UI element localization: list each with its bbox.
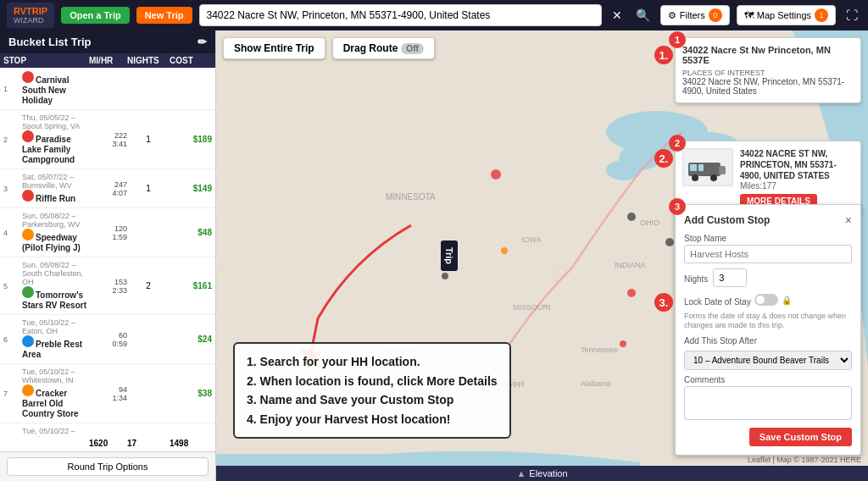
panel-close-button[interactable]: × (845, 213, 852, 227)
svg-text:Alabama: Alabama (581, 379, 611, 388)
address-card: 1 34022 Nacre St Nw Princeton, MN 5537E … (675, 37, 861, 103)
elevation-icon: ▲ (516, 468, 526, 478)
total-mi: 1620 (89, 439, 127, 448)
map-annotation-2: 2. (654, 149, 673, 168)
instructions-overlay: 1. Search for your HH location. 2. When … (233, 342, 511, 439)
top-bar: RVTRIP WIZARD Open a Trip New Trip ✕ 🔍 ⚙… (0, 0, 868, 30)
stops-list: 1 Carnival South New Holiday 2 Thu, 05/0… (0, 68, 215, 437)
table-row[interactable]: 8 Tue, 05/10/22 – Remington, IN Caboose … (0, 423, 215, 437)
map-settings-button[interactable]: 🗺 Map Settings 1 (737, 5, 836, 25)
drag-route-label: Drag Route (343, 42, 398, 54)
instruction-line-1: 1. Search for your HH location. (247, 352, 498, 371)
svg-text:IOWA: IOWA (521, 235, 542, 244)
elevation-label: Elevation (529, 468, 567, 478)
panel-header: Add Custom Stop × (684, 213, 852, 227)
lock-toggle[interactable] (754, 294, 778, 306)
logo: RVTRIP WIZARD (7, 3, 54, 28)
leaflet-credit: Leaflet | Map © 1987-2021 HERE (748, 456, 861, 464)
nights-row: Nights (684, 268, 852, 287)
filters-label: Filters (680, 10, 705, 20)
svg-point-23 (491, 169, 501, 180)
nights-label: Nights (684, 274, 708, 284)
search-submit-button[interactable]: 🔍 (632, 7, 654, 24)
map-settings-icon: 🗺 (744, 10, 754, 20)
svg-text:INDIANA: INDIANA (615, 261, 646, 269)
map-annotation-1: 1. (654, 46, 673, 64)
sidebar: Bucket List Trip ✏ STOP MI/HR NIGHTS COS… (0, 30, 216, 481)
add-after-label: Add This Stop After (684, 336, 852, 346)
map-annotation-3: 3. (654, 293, 673, 312)
lock-label: Lock Date of Stay (684, 297, 751, 307)
sidebar-footer: Round Trip Options (0, 451, 215, 481)
svg-point-24 (627, 213, 636, 221)
map-area: MINNESOTA IOWA MISSOURI INDIANA OHIO WES… (216, 30, 868, 481)
table-row[interactable]: 6 Tue, 05/10/22 – Eaton, OH Preble Rest … (0, 315, 215, 364)
search-clear-button[interactable]: ✕ (609, 7, 626, 24)
lock-note: Forms the date of stay & does not change… (684, 312, 852, 331)
col-cost: COST (170, 56, 212, 65)
svg-text:MISSOURI: MISSOURI (513, 303, 551, 312)
lock-row: Lock Date of Stay 🔒 (684, 292, 852, 308)
card2-miles: Miles:177 (740, 181, 854, 191)
open-trip-button[interactable]: Open a Trip (61, 7, 130, 24)
show-entire-trip-button[interactable]: Show Entire Trip (223, 37, 326, 59)
card2-title: 34022 NACRE ST NW, PRINCETON, MN 55371-4… (740, 148, 854, 181)
map-settings-badge: 1 (815, 8, 828, 22)
sidebar-totals: 1620 17 1498 (0, 437, 215, 451)
table-row[interactable]: 2 Thu, 05/05/22 – Spout Spring, VA Parad… (0, 110, 215, 169)
col-stop: STOP (3, 56, 20, 65)
save-custom-stop-button[interactable]: Save Custom Stop (749, 428, 852, 446)
filter-icon: ⚙ (668, 10, 676, 21)
instruction-line-2: 2. When location is found, click More De… (247, 372, 498, 390)
filters-button[interactable]: ⚙ Filters 0 (660, 5, 730, 25)
logo-sub: WIZARD (14, 16, 47, 25)
table-row[interactable]: 1 Carnival South New Holiday (0, 68, 215, 110)
table-row[interactable]: 7 Tue, 05/10/22 – Whitestown, IN Cracker… (0, 364, 215, 423)
svg-point-29 (620, 340, 626, 347)
col-nights: NIGHTS (127, 56, 170, 65)
svg-text:MINNESOTA: MINNESOTA (386, 192, 436, 202)
stop-name-label: Stop Name (684, 234, 852, 243)
svg-point-31 (501, 247, 508, 254)
card2-number: 2 (669, 135, 686, 152)
svg-text:OHIO: OHIO (640, 218, 659, 227)
table-row[interactable]: 3 Sat, 05/07/22 – Burnsville, WV Riffle … (0, 169, 215, 208)
search-input[interactable] (199, 4, 602, 26)
round-trip-button[interactable]: Round Trip Options (7, 457, 209, 476)
main-layout: Bucket List Trip ✏ STOP MI/HR NIGHTS COS… (0, 30, 868, 481)
drag-route-button[interactable]: Drag Route Off (332, 37, 435, 59)
card1-address: 34022 Nacre St Nw Princeton, MN 5537E (682, 45, 854, 65)
map-toolbar: Show Entire Trip Drag Route Off (223, 37, 435, 59)
new-trip-button[interactable]: New Trip (136, 7, 192, 24)
svg-rect-34 (698, 164, 704, 171)
stop-name-input[interactable] (684, 245, 852, 263)
expand-button[interactable]: ⛶ (843, 7, 861, 24)
col-name (20, 56, 89, 65)
comments-input[interactable] (684, 386, 852, 420)
map-settings-label: Map Settings (757, 10, 811, 20)
svg-rect-33 (690, 164, 697, 171)
instruction-line-3: 3. Name and Save your Custom Stop (247, 390, 498, 409)
lock-icon: 🔒 (782, 296, 792, 305)
instruction-line-4: 4. Enjoy your Harvest Host location! (247, 410, 498, 428)
add-custom-stop-panel: 3 Add Custom Stop × Stop Name Nights Loc… (675, 204, 861, 456)
table-row[interactable]: 4 Sun, 05/08/22 – Parkersburg, WV Speedw… (0, 208, 215, 257)
col-mi-hr: MI/HR (89, 56, 127, 65)
comments-label: Comments (684, 375, 852, 384)
trip-title: Bucket List Trip (8, 36, 92, 48)
elevation-bar: ▲ Elevation (216, 466, 868, 481)
edit-icon[interactable]: ✏ (198, 36, 207, 48)
svg-point-35 (692, 174, 698, 181)
trip-handle[interactable]: Trip (441, 240, 458, 271)
drag-route-toggle: Off (401, 43, 423, 54)
logo-text: RVTRIP (14, 6, 47, 16)
card1-number: 1 (669, 31, 686, 48)
svg-point-36 (710, 174, 717, 181)
svg-point-26 (627, 289, 636, 297)
card1-poi-address: 34022 Nacre St NW, Princeton, MN 55371-4… (682, 77, 854, 96)
add-after-select[interactable]: 10 – Adventure Bound Beaver Trails (684, 351, 852, 370)
table-row[interactable]: 5 Sun, 05/08/22 – South Charleston, OH T… (0, 257, 215, 315)
filters-badge: 0 (709, 8, 722, 22)
svg-text:Tennessee: Tennessee (581, 346, 618, 354)
nights-input[interactable] (713, 268, 747, 287)
